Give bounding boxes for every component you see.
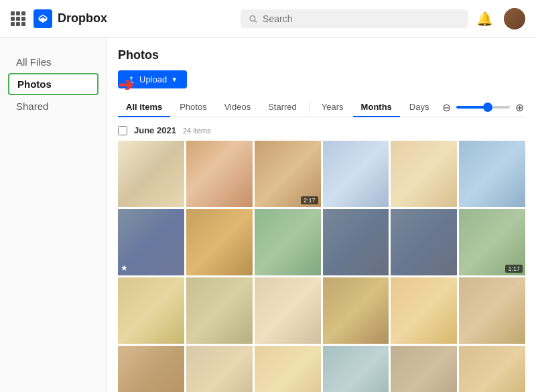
bell-icon[interactable]: 🔔 [476, 11, 493, 27]
search-bar[interactable] [241, 9, 468, 28]
red-arrow-indicator: ➔ [118, 73, 133, 95]
svg-point-0 [250, 15, 255, 21]
upload-chevron-icon: ▼ [171, 76, 178, 83]
photo-grid-row-1: 2:17 [118, 141, 525, 207]
zoom-slider[interactable] [456, 106, 510, 109]
tab-years[interactable]: Years [314, 98, 352, 117]
photo-item[interactable] [255, 346, 321, 392]
photo-item[interactable] [323, 346, 389, 392]
photo-item[interactable] [118, 277, 184, 344]
sidebar-item-all-files[interactable]: All Files [0, 51, 107, 73]
photo-item[interactable] [186, 141, 253, 207]
photo-item[interactable] [391, 277, 457, 344]
section-date: June 2021 [134, 125, 176, 135]
zoom-controls: ⊖ ⊕ [441, 100, 525, 115]
tab-months[interactable]: Months [353, 98, 400, 117]
zoom-out-button[interactable]: ⊖ [441, 100, 452, 115]
photo-item[interactable] [323, 209, 389, 275]
photo-item[interactable] [186, 277, 253, 344]
video-duration-badge: 2:17 [301, 196, 318, 204]
logo-text: Dropbox [58, 11, 107, 25]
photo-grid-row-3 [118, 277, 525, 344]
photo-item[interactable] [391, 346, 457, 392]
section-header: June 2021 24 items [118, 125, 525, 135]
section-count: 24 items [183, 127, 211, 135]
photo-item[interactable] [186, 209, 253, 275]
svg-line-1 [255, 20, 257, 22]
photo-item[interactable] [459, 277, 525, 344]
page-title: Photos [118, 48, 525, 62]
layout: All Files Photos ➔ Shared Photos Upload … [0, 38, 536, 392]
photo-item[interactable] [255, 277, 321, 344]
tab-videos[interactable]: Videos [216, 98, 259, 117]
photo-item[interactable]: 2:17 [255, 141, 321, 207]
tab-days[interactable]: Days [401, 98, 438, 117]
photo-item[interactable] [118, 346, 184, 392]
photo-item[interactable] [391, 141, 457, 207]
section-checkbox[interactable] [118, 126, 127, 135]
photo-item[interactable] [118, 141, 184, 207]
avatar[interactable] [504, 8, 525, 29]
photo-item[interactable] [186, 346, 253, 392]
nav-icons: 🔔 [476, 8, 525, 29]
photo-item[interactable] [391, 209, 457, 275]
tab-photos[interactable]: Photos [172, 98, 214, 117]
logo-icon [34, 9, 52, 28]
photo-item[interactable]: 1:17 [459, 209, 525, 275]
search-icon [249, 14, 257, 23]
photo-item[interactable] [323, 277, 389, 344]
photo-grid-row-2: ★ 1:17 [118, 209, 525, 275]
sidebar-item-shared[interactable]: Shared [0, 95, 107, 117]
photo-item[interactable]: ★ [118, 209, 184, 275]
navbar: Dropbox 🔔 [0, 0, 536, 38]
main-content: Photos Upload ▼ All items Photos Videos … [107, 38, 536, 392]
photo-grid-row-4 [118, 346, 525, 392]
grid-menu-icon[interactable] [11, 11, 25, 26]
photo-item[interactable] [459, 346, 525, 392]
tab-all-items[interactable]: All items [118, 98, 170, 117]
photo-item[interactable] [323, 141, 389, 207]
sidebar: All Files Photos ➔ Shared [0, 38, 107, 392]
zoom-in-button[interactable]: ⊕ [514, 100, 525, 115]
sidebar-item-photos[interactable]: Photos [8, 73, 98, 95]
search-input[interactable] [263, 13, 460, 24]
photo-item[interactable] [255, 209, 321, 275]
filter-tabs: All items Photos Videos Starred Years Mo… [118, 98, 525, 117]
tab-separator [309, 102, 310, 113]
star-badge: ★ [121, 263, 128, 273]
tab-starred[interactable]: Starred [260, 98, 305, 117]
video-duration-badge: 1:17 [505, 265, 523, 273]
logo-area: Dropbox [34, 9, 107, 28]
photo-item[interactable] [459, 141, 525, 207]
